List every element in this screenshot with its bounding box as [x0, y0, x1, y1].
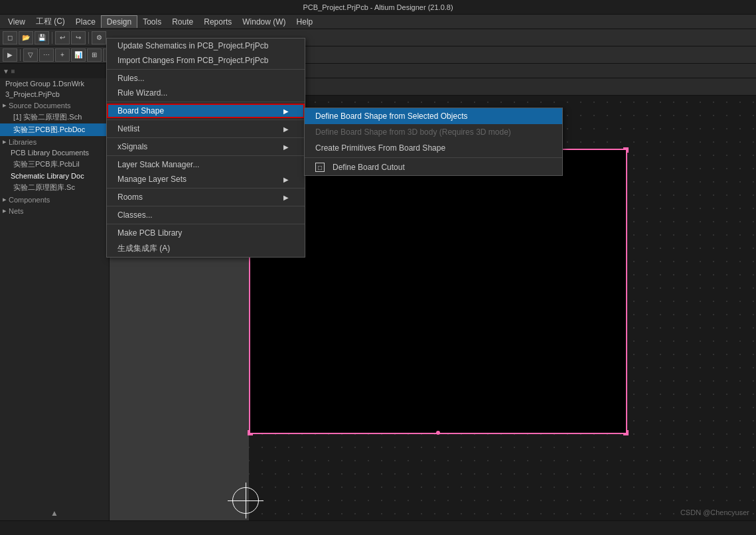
menu-tools[interactable]: Tools — [137, 16, 167, 28]
menu-sep-3 — [107, 119, 305, 120]
menu-engineering[interactable]: 工程 (C) — [31, 15, 70, 29]
toolbar-save[interactable]: 💾 — [35, 31, 49, 44]
panel-schematic-lib-files[interactable]: 实验二原理图库.Sc — [0, 181, 109, 194]
menu-classes[interactable]: Classes... — [107, 208, 305, 222]
panel-project-group[interactable]: Project Group 1.DsnWrk — [0, 78, 109, 89]
menu-rooms[interactable]: Rooms ▶ — [107, 190, 305, 204]
panel-nets-label: ▸Nets — [0, 205, 109, 216]
menu-netlist[interactable]: Netlist ▶ — [107, 121, 305, 136]
manage-layer-sets-arrow: ▶ — [283, 176, 289, 183]
menu-sep-6 — [107, 188, 305, 189]
menu-board-shape[interactable]: Board Shape ▶ — [107, 104, 305, 118]
toolbar-graph[interactable]: 📊 — [71, 48, 86, 62]
menu-rules[interactable]: Rules... — [107, 71, 305, 86]
secondary-sep-1 — [20, 49, 21, 61]
panel-schematic-lib[interactable]: Schematic Library Doc — [0, 171, 109, 181]
toolbar-compile[interactable]: ▶ — [3, 48, 17, 62]
menu-create-primitives[interactable]: Create Primitives From Board Shape — [305, 140, 562, 156]
menu-sep-8 — [107, 224, 305, 224]
toolbar-comp[interactable]: ⊞ — [87, 48, 102, 62]
panel-libraries-label: ▸Libraries — [0, 136, 109, 147]
toolbar-sep-2 — [88, 32, 89, 44]
pcb-dot-mid — [436, 431, 440, 435]
toolbar-settings[interactable]: ⚙ — [92, 31, 106, 44]
rooms-arrow: ▶ — [283, 194, 289, 201]
menu-reports[interactable]: Reports — [198, 16, 237, 28]
toolbar-new[interactable]: ◻ — [3, 31, 17, 44]
menu-update-schematics[interactable]: Update Schematics in PCB_Project.PrjPcb — [107, 38, 305, 53]
title-text: PCB_Project.PrjPcb - Altium Designer (21… — [303, 3, 453, 11]
menu-place[interactable]: Place — [70, 16, 101, 28]
menu-rule-wizard[interactable]: Rule Wizard... — [107, 86, 305, 100]
menu-layer-stack[interactable]: Layer Stack Manager... — [107, 157, 305, 172]
menu-sep-1 — [107, 69, 305, 70]
menu-make-pcb-lib[interactable]: Make PCB Library — [107, 226, 305, 240]
pcb-crosshair — [232, 487, 259, 514]
netlist-arrow: ▶ — [283, 125, 289, 133]
menu-bar: View 工程 (C) Place Design Tools Route Rep… — [0, 15, 756, 29]
panel-source-label: ▸Source Documents — [0, 100, 109, 111]
menu-sep-7 — [107, 206, 305, 206]
toolbar-filter[interactable]: ▽ — [23, 48, 38, 62]
panel-scroll-down[interactable]: ▲ — [0, 506, 109, 520]
menu-define-from-3d[interactable]: Define Board Shape from 3D body (Require… — [305, 124, 562, 140]
menu-sep-5 — [107, 155, 305, 156]
panel-project[interactable]: 3_Project.PrjPcb — [0, 89, 109, 100]
menu-view[interactable]: View — [3, 16, 31, 28]
toolbar-net[interactable]: ⋯ — [39, 48, 54, 62]
board-shape-menu: Define Board Shape from Selected Objects… — [304, 108, 563, 176]
pcb-board — [249, 149, 627, 434]
menu-manage-layer-sets[interactable]: Manage Layer Sets ▶ — [107, 172, 305, 187]
pcb-corner-tr — [623, 147, 629, 153]
menu-xsignals[interactable]: xSignals ▶ — [107, 139, 305, 154]
panel-schematic[interactable]: [1] 实验二原理图.Sch — [0, 111, 109, 123]
panel-pcb-lib[interactable]: 实验三PCB库.PcbLil — [0, 158, 109, 171]
menu-route[interactable]: Route — [167, 16, 198, 28]
toolbar-undo[interactable]: ↩ — [55, 31, 70, 44]
menu-define-from-selected[interactable]: Define Board Shape from Selected Objects — [305, 108, 562, 124]
toolbar-sep-1 — [52, 32, 52, 44]
menu-generate-assembly[interactable]: 生成集成库 (A) — [107, 240, 305, 257]
menu-window[interactable]: Window (W) — [237, 16, 291, 28]
menu-design[interactable]: Design — [101, 15, 137, 28]
panel-components-label: ▸Components — [0, 194, 109, 205]
cutout-icon: □ — [315, 163, 325, 172]
menu-sep-2 — [107, 102, 305, 102]
board-shape-sep — [305, 157, 562, 158]
left-panel: ▼ ≡ Project Group 1.DsnWrk 3_Project.Prj… — [0, 64, 110, 520]
board-shape-arrow: ▶ — [283, 108, 289, 115]
panel-pcb-doc[interactable]: 实验三PCB图.PcbDoc — [0, 123, 109, 136]
status-bar — [0, 520, 756, 535]
design-menu: Update Schematics in PCB_Project.PrjPcb … — [106, 38, 305, 258]
menu-sep-4 — [107, 137, 305, 138]
panel-header: ▼ ≡ — [3, 68, 15, 75]
xsignals-arrow: ▶ — [283, 143, 289, 151]
pcb-corner-bl — [248, 430, 253, 435]
title-bar: PCB_Project.PrjPcb - Altium Designer (21… — [0, 0, 756, 15]
menu-help[interactable]: Help — [291, 16, 319, 28]
toolbar-open[interactable]: 📂 — [19, 31, 33, 44]
menu-define-cutout[interactable]: □ Define Board Cutout — [305, 159, 562, 175]
watermark: CSDN @Chencyuser — [680, 508, 749, 516]
toolbar-plus[interactable]: + — [55, 48, 70, 62]
pcb-corner-br — [623, 430, 629, 435]
toolbar-redo[interactable]: ↪ — [71, 31, 86, 44]
menu-import-changes[interactable]: Import Changes From PCB_Project.PrjPcb — [107, 53, 305, 68]
panel-pcb-lib-docs[interactable]: PCB Library Documents — [0, 147, 109, 158]
